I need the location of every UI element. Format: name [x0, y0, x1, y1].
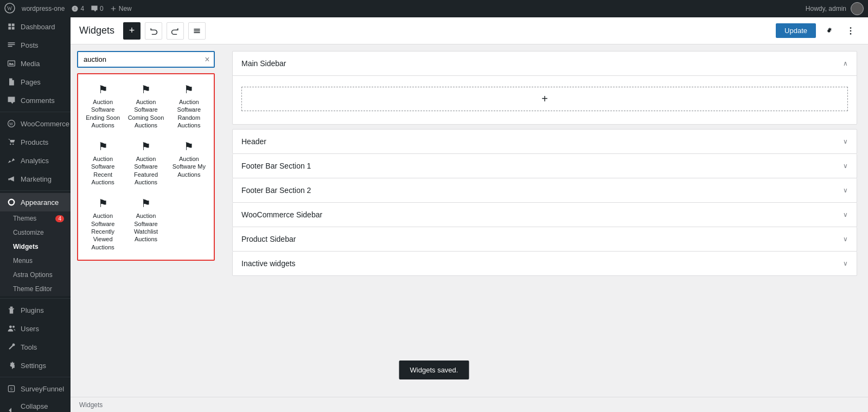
- sidebar-item-surveyfunnel[interactable]: S SurveyFunnel: [0, 379, 71, 398]
- sidebar-label-theme-editor: Theme Editor: [13, 285, 52, 293]
- sidebar-item-theme-editor[interactable]: Theme Editor: [0, 282, 71, 296]
- list-view-button[interactable]: [188, 22, 206, 40]
- new-button[interactable]: New: [110, 5, 132, 12]
- footer-bar-2-section: Footer Bar Section 2 ∨: [232, 178, 857, 203]
- add-widget-to-main-sidebar-button[interactable]: +: [241, 87, 848, 111]
- widget-item[interactable]: ⚑ Auction Software Recent Auctions: [82, 136, 123, 190]
- comments-icon: [7, 95, 16, 105]
- sidebar-item-widgets[interactable]: Widgets: [0, 240, 71, 254]
- update-button[interactable]: Update: [776, 23, 816, 38]
- svg-point-17: [850, 30, 852, 31]
- sidebar-item-menus[interactable]: Menus: [0, 254, 71, 268]
- footer-bar-1-chevron: ∨: [843, 162, 848, 170]
- inactive-widgets-title: Inactive widgets: [241, 259, 296, 268]
- sidebar-label-tools: Tools: [21, 343, 37, 351]
- woocommerce-sidebar-header[interactable]: WooCommerce Sidebar ∨: [233, 203, 857, 227]
- sidebar-label-widgets: Widgets: [13, 243, 39, 250]
- sidebar-item-products[interactable]: Products: [0, 133, 71, 151]
- footer-bar-2-chevron: ∨: [843, 186, 848, 194]
- product-sidebar-header[interactable]: Product Sidebar ∨: [233, 227, 857, 251]
- widget-label: Auction Software Featured Auctions: [127, 155, 164, 186]
- post-count[interactable]: 4: [71, 5, 84, 12]
- woocommerce-sidebar-title: WooCommerce Sidebar: [241, 210, 322, 219]
- sidebar-item-analytics[interactable]: Analytics: [0, 151, 71, 170]
- sidebar-item-marketing[interactable]: Marketing: [0, 170, 71, 188]
- widget-icon: ⚑: [98, 83, 108, 96]
- sidebar-item-astra-options[interactable]: Astra Options: [0, 268, 71, 282]
- sidebar-item-media[interactable]: Media: [0, 54, 71, 73]
- footer-bar-1-header[interactable]: Footer Bar Section 1 ∨: [233, 154, 857, 178]
- widget-results-container: ⚑ Auction Software Ending Soon Auctions …: [77, 73, 215, 261]
- redo-button[interactable]: [167, 22, 184, 40]
- comment-count[interactable]: 0: [91, 5, 104, 12]
- sidebar-item-comments[interactable]: Comments: [0, 91, 71, 110]
- footer-bar-1-section: Footer Bar Section 1 ∨: [232, 154, 857, 178]
- sidebar-label-dashboard: Dashboard: [21, 23, 55, 31]
- wp-logo-icon[interactable]: W: [4, 3, 15, 15]
- footer-bar-2-header[interactable]: Footer Bar Section 2 ∨: [233, 178, 857, 202]
- sidebar-item-tools[interactable]: Tools: [0, 338, 71, 356]
- sidebar-item-themes[interactable]: Themes 4: [0, 211, 71, 226]
- settings-button[interactable]: [820, 22, 838, 40]
- sidebar-label-posts: Posts: [21, 41, 39, 49]
- sidebar-label-comments: Comments: [21, 96, 55, 105]
- more-options-button[interactable]: [842, 22, 859, 40]
- sidebar-item-customize[interactable]: Customize: [0, 226, 71, 240]
- widget-item[interactable]: ⚑ Auction Software Coming Soon Auctions: [125, 79, 166, 133]
- undo-button[interactable]: [145, 22, 162, 40]
- sidebar-item-collapse-menu[interactable]: Collapse menu: [0, 398, 71, 412]
- header-section-header[interactable]: Header ∨: [233, 130, 857, 153]
- sidebar-item-users[interactable]: Users: [0, 319, 71, 338]
- search-input[interactable]: [78, 52, 201, 67]
- admin-bar: W wordpress-one 4 0 New Howdy, admin: [0, 0, 868, 17]
- widget-label: Auction Software Coming Soon Auctions: [127, 98, 164, 129]
- woocommerce-sidebar-section: WooCommerce Sidebar ∨: [232, 203, 857, 227]
- widget-icon: ⚑: [184, 83, 194, 96]
- site-name[interactable]: wordpress-one: [22, 5, 65, 12]
- widget-item[interactable]: ⚑ Auction Software Watchlist Auctions: [125, 192, 166, 255]
- header-chevron: ∨: [843, 138, 848, 145]
- widget-label: Auction Software Ending Soon Auctions: [85, 98, 121, 129]
- svg-rect-15: [194, 32, 200, 33]
- sidebar-item-woocommerce[interactable]: W WooCommerce: [0, 114, 71, 133]
- surveyfunnel-icon: S: [7, 384, 16, 394]
- toast-message: Widgets saved.: [399, 360, 469, 379]
- svg-point-9: [9, 325, 12, 328]
- svg-rect-13: [194, 29, 200, 30]
- sidebar-item-appearance[interactable]: Appearance: [0, 193, 71, 211]
- sidebar-label-menus: Menus: [13, 257, 33, 265]
- widget-item[interactable]: ⚑ Auction Software Recently Viewed Aucti…: [82, 192, 123, 255]
- sidebar-item-plugins[interactable]: Plugins: [0, 301, 71, 319]
- tools-icon: [7, 342, 16, 352]
- sidebar-label-surveyfunnel: SurveyFunnel: [21, 385, 64, 393]
- sidebar-label-analytics: Analytics: [21, 157, 49, 165]
- themes-badge: 4: [55, 215, 64, 222]
- sidebar-item-pages[interactable]: Pages: [0, 73, 71, 91]
- widget-icon: ⚑: [141, 140, 151, 153]
- main-sidebar-header[interactable]: Main Sidebar ∧: [233, 52, 857, 76]
- svg-point-5: [10, 144, 11, 145]
- search-clear-button[interactable]: ×: [201, 53, 214, 66]
- inactive-widgets-header[interactable]: Inactive widgets ∨: [233, 252, 857, 275]
- widget-item[interactable]: ⚑ Auction Software Ending Soon Auctions: [82, 79, 123, 133]
- add-widget-button[interactable]: +: [123, 22, 141, 40]
- widget-item[interactable]: ⚑ Auction Software Featured Auctions: [125, 136, 166, 190]
- sidebar-item-posts[interactable]: Posts: [0, 36, 71, 54]
- widget-item[interactable]: ⚑ Auction Software Random Auctions: [169, 79, 209, 133]
- sidebar-item-settings[interactable]: Settings: [0, 356, 71, 375]
- marketing-icon: [7, 174, 16, 184]
- svg-rect-8: [10, 307, 13, 308]
- inactive-widgets-chevron: ∨: [843, 260, 848, 267]
- widget-label: Auction Software Recently Viewed Auction…: [85, 212, 121, 250]
- sidebar-item-dashboard[interactable]: Dashboard: [0, 17, 71, 36]
- widget-icon: ⚑: [98, 197, 108, 210]
- settings-icon: [7, 360, 16, 370]
- widget-grid: ⚑ Auction Software Ending Soon Auctions …: [82, 79, 209, 255]
- bottom-bar: Widgets: [71, 397, 868, 412]
- woocommerce-sidebar-chevron: ∨: [843, 211, 848, 218]
- woocommerce-icon: W: [7, 119, 16, 128]
- widget-item[interactable]: ⚑ Auction Software My Auctions: [169, 136, 209, 190]
- avatar: [851, 2, 864, 15]
- widget-label: Auction Software Recent Auctions: [85, 155, 121, 186]
- svg-point-16: [850, 27, 852, 29]
